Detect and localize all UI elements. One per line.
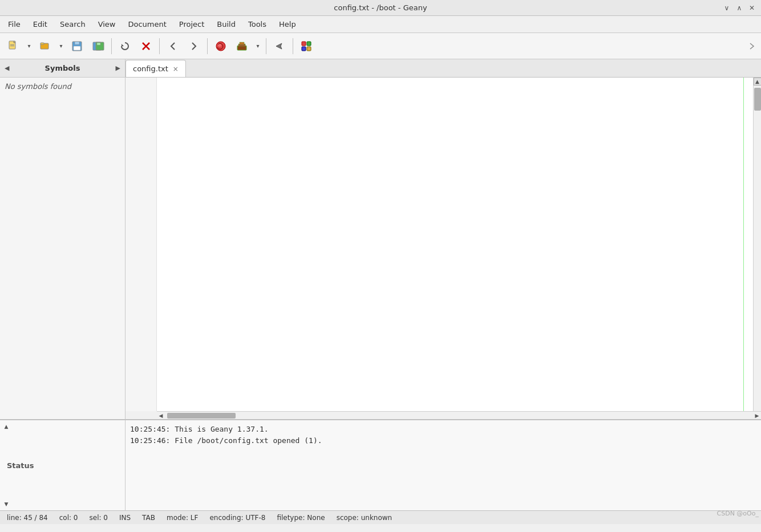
vertical-scrollbar[interactable]: ▲ <box>753 78 761 411</box>
back-button[interactable] <box>163 36 183 56</box>
toolbar: ▾ ▾ ▾ <box>0 33 761 59</box>
titlebar-controls: ∨ ∧ ✕ <box>722 3 756 13</box>
tab-close-button[interactable]: × <box>173 66 179 72</box>
sidebar-prev-arrow[interactable]: ◀ <box>5 64 9 72</box>
watermark: CSDN @oOo_ <box>717 510 759 517</box>
svg-rect-1 <box>10 44 14 45</box>
menubar: File Edit Search View Document Project B… <box>0 16 761 33</box>
menu-view[interactable]: View <box>92 18 122 31</box>
toolbar-expand-button[interactable] <box>746 36 758 56</box>
symbols-empty-message: No symbols found <box>0 78 125 95</box>
menu-edit[interactable]: Edit <box>27 18 53 31</box>
svg-rect-22 <box>307 47 311 51</box>
bottom-sidebar-title: Status <box>2 459 39 472</box>
hscroll-left-arrow[interactable]: ◀ <box>157 412 165 420</box>
preferences-button[interactable] <box>297 36 316 56</box>
statusbar: line: 45 / 84 col: 0 sel: 0 INS TAB mode… <box>0 510 761 524</box>
line-numbers <box>126 78 157 411</box>
status-sel: sel: 0 <box>90 514 108 522</box>
status-filetype: filetype: None <box>277 514 325 522</box>
menu-file[interactable]: File <box>2 18 26 31</box>
svg-rect-21 <box>302 47 306 51</box>
svg-rect-6 <box>75 42 79 44</box>
bottom-scroll-up[interactable]: ▲ <box>2 423 10 431</box>
window-title: config.txt - /boot - Geany <box>334 3 427 12</box>
hscroll-right-arrow[interactable]: ▶ <box>753 412 761 420</box>
close-file-button[interactable] <box>136 36 156 56</box>
status-mode: mode: LF <box>167 514 198 522</box>
main-area: ◀ Symbols ▶ No symbols found config.txt … <box>0 59 761 419</box>
svg-marker-11 <box>122 44 124 46</box>
toolbar-sep-3 <box>207 38 208 54</box>
bottom-scroll-down[interactable]: ▼ <box>2 500 10 508</box>
menu-search[interactable]: Search <box>54 18 91 31</box>
tabbar: config.txt × <box>126 59 761 78</box>
forward-button[interactable] <box>184 36 204 56</box>
menu-project[interactable]: Project <box>173 18 210 31</box>
titlebar: config.txt - /boot - Geany ∨ ∧ ✕ <box>0 0 761 16</box>
log-line-1: 10:25:45: This is Geany 1.37.1. <box>130 424 756 435</box>
open-file-dropdown[interactable]: ▾ <box>56 36 66 56</box>
code-content[interactable] <box>157 78 753 411</box>
svg-rect-18 <box>240 42 244 44</box>
svg-rect-19 <box>302 42 306 46</box>
log-line-2: 10:25:46: File /boot/config.txt opened (… <box>130 435 756 446</box>
scroll-up-arrow[interactable]: ▲ <box>754 78 762 86</box>
new-file-dropdown[interactable]: ▾ <box>25 36 34 56</box>
save-file-button[interactable] <box>67 36 87 56</box>
maximize-button[interactable]: ∧ <box>735 3 744 13</box>
editor-area[interactable]: ▲ <box>126 78 761 411</box>
save-all-button[interactable] <box>88 36 108 56</box>
new-file-button[interactable] <box>3 36 23 56</box>
toolbar-sep-4 <box>266 38 266 54</box>
sidebar-next-arrow[interactable]: ▶ <box>116 64 120 72</box>
sidebar-header: ◀ Symbols ▶ <box>0 59 125 78</box>
toolbar-sep-2 <box>159 38 160 54</box>
status-tab: TAB <box>142 514 155 522</box>
svg-rect-7 <box>74 46 80 50</box>
compile-button[interactable] <box>270 36 289 56</box>
sidebar-title: Symbols <box>45 64 80 72</box>
green-line-marker <box>743 78 744 411</box>
horizontal-scrollbar[interactable]: ◀ ▶ <box>157 411 761 419</box>
svg-rect-4 <box>41 43 44 44</box>
status-col: col: 0 <box>59 514 78 522</box>
scroll-thumb[interactable] <box>754 88 761 111</box>
menu-build[interactable]: Build <box>211 18 241 31</box>
bottom-content: 10:25:45: This is Geany 1.37.1. 10:25:46… <box>126 420 761 510</box>
bottom-sidebar: ▲ Status ▼ <box>0 420 126 510</box>
tab-label: config.txt <box>133 64 168 73</box>
build-button[interactable] <box>232 36 252 56</box>
status-encoding: encoding: UTF-8 <box>209 514 265 522</box>
build-dropdown[interactable]: ▾ <box>253 36 262 56</box>
hscroll-thumb[interactable] <box>167 413 236 419</box>
open-file-button[interactable] <box>35 36 55 56</box>
status-line: line: 45 / 84 <box>7 514 48 522</box>
menu-tools[interactable]: Tools <box>242 18 272 31</box>
toolbar-sep-1 <box>111 38 112 54</box>
menu-help[interactable]: Help <box>273 18 302 31</box>
sidebar: ◀ Symbols ▶ No symbols found <box>0 59 126 419</box>
close-window-button[interactable]: ✕ <box>747 3 756 13</box>
bottom-panel: ▲ Status ▼ 10:25:45: This is Geany 1.37.… <box>0 419 761 510</box>
minimize-button[interactable]: ∨ <box>722 3 731 13</box>
svg-rect-10 <box>97 43 100 45</box>
toolbar-sep-5 <box>293 38 293 54</box>
svg-rect-20 <box>307 42 311 46</box>
reload-button[interactable] <box>115 36 135 56</box>
status-ins: INS <box>119 514 131 522</box>
editor-tab[interactable]: config.txt × <box>126 60 186 77</box>
content-wrapper: config.txt × ▲ ◀ ▶ <box>126 59 761 419</box>
svg-rect-2 <box>10 46 14 46</box>
status-scope: scope: unknown <box>337 514 392 522</box>
run-button[interactable] <box>211 36 230 56</box>
menu-document[interactable]: Document <box>122 18 172 31</box>
